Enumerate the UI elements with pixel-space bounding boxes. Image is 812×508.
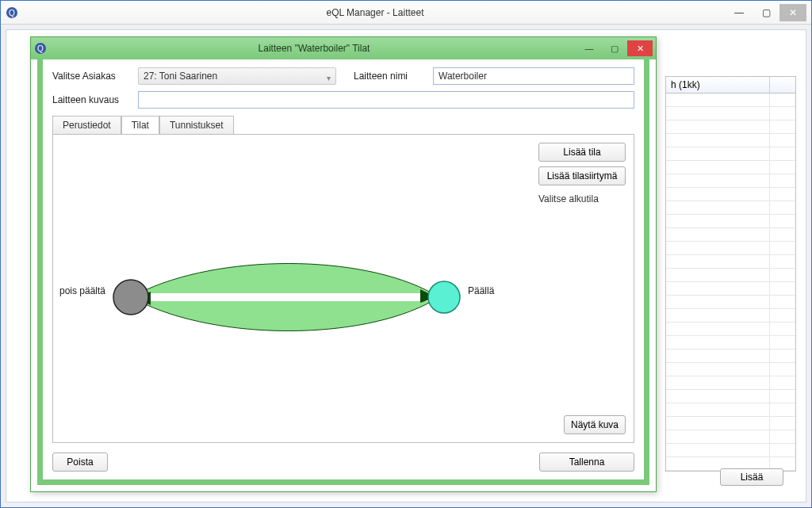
maximize-button[interactable]: ▢ — [753, 4, 779, 21]
main-title: eQL Manager - Laitteet — [25, 7, 726, 18]
dialog-body: Valitse Asiakas 27: Toni Saarinen ▾ Lait… — [37, 59, 649, 485]
table-header-row: h (1kk) — [666, 77, 795, 94]
dialog-minimize-button[interactable]: — — [576, 40, 602, 56]
valitse-asiakas-label: Valitse Asiakas — [52, 71, 138, 82]
tab-tunnistukset[interactable]: Tunnistukset — [159, 116, 234, 135]
state-on-label: Päällä — [468, 285, 494, 296]
form-row-description: Laitteen kuvaus — [52, 91, 634, 109]
laitteen-kuvaus-label: Laitteen kuvaus — [52, 94, 138, 105]
close-button[interactable]: ✕ — [779, 4, 806, 21]
chevron-down-icon: ▾ — [327, 74, 331, 82]
dialog-window: Q Laitteen "Waterboiler" Tilat — ▢ ✕ Val… — [30, 36, 657, 492]
lisaa-tila-button[interactable]: Lisää tila — [538, 143, 626, 162]
minimize-button[interactable]: — — [726, 4, 753, 21]
svg-text:Q: Q — [9, 9, 15, 17]
laitteen-nimi-label: Laitteen nimi — [354, 71, 433, 82]
tab-strip: Perustiedot Tilat Tunnistukset — [52, 115, 634, 134]
nayta-kuva-button[interactable]: Näytä kuva — [564, 415, 626, 434]
poista-button[interactable]: Poista — [52, 453, 108, 472]
lisaa-tilasiirtyma-button[interactable]: Lisää tilasiirtymä — [538, 166, 626, 185]
dialog-app-icon: Q — [34, 42, 47, 55]
valitse-alkutila-label: Valitse alkutila — [538, 193, 626, 204]
tab-perustiedot[interactable]: Perustiedot — [52, 116, 121, 135]
device-name-input[interactable] — [433, 67, 634, 85]
app-icon: Q — [6, 6, 18, 19]
table-header-spacer — [770, 77, 795, 93]
add-button[interactable]: Lisää — [720, 468, 783, 486]
dialog-titlebar: Q Laitteen "Waterboiler" Tilat — ▢ ✕ — [31, 37, 656, 59]
form-row-customer: Valitse Asiakas 27: Toni Saarinen ▾ Lait… — [52, 67, 634, 85]
svg-point-4 — [113, 280, 148, 315]
main-titlebar: Q eQL Manager - Laitteet — ▢ ✕ — [1, 1, 811, 25]
svg-point-5 — [428, 281, 460, 313]
customer-select[interactable]: 27: Toni Saarinen ▾ — [138, 67, 336, 85]
tab-panel-tilat: Lisää tila Lisää tilasiirtymä Valitse al… — [52, 134, 634, 443]
dialog-footer: Poista Tallenna — [52, 453, 634, 472]
tab-tilat[interactable]: Tilat — [121, 116, 159, 135]
state-off-label: pois päältä — [59, 285, 105, 296]
main-window-buttons: — ▢ ✕ — [726, 4, 806, 21]
dialog-close-button[interactable]: ✕ — [627, 40, 653, 56]
dialog-title: Laitteen "Waterboiler" Tilat — [52, 43, 576, 54]
right-table: h (1kk) — [665, 76, 796, 472]
state-diagram: pois päältä Päällä — [59, 254, 488, 349]
table-header-cell: h (1kk) — [666, 77, 770, 93]
device-description-input[interactable] — [138, 91, 634, 109]
side-buttons: Lisää tila Lisää tilasiirtymä Valitse al… — [538, 143, 626, 204]
customer-select-value: 27: Toni Saarinen — [144, 71, 217, 82]
tallenna-button[interactable]: Tallenna — [539, 453, 634, 472]
dialog-maximize-button[interactable]: ▢ — [602, 40, 627, 56]
svg-text:Q: Q — [37, 44, 44, 53]
